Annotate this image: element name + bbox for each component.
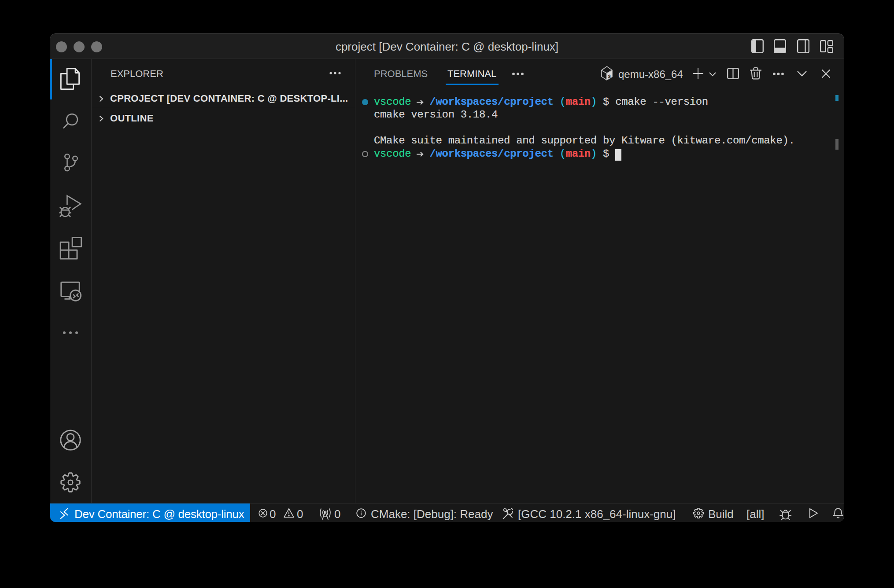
svg-text:$: $ [608,74,611,79]
